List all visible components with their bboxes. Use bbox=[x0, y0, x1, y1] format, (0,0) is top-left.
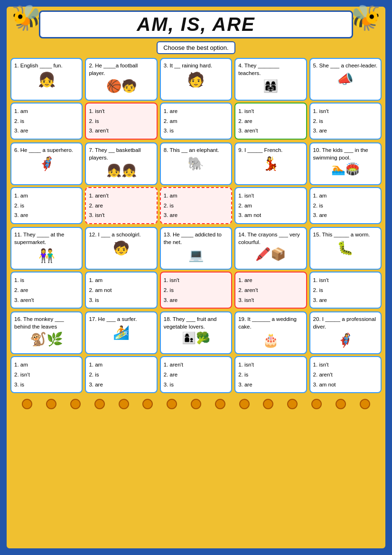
a1-opt3: 3. are bbox=[14, 126, 79, 136]
answer-card-3: 1. are 2. am 3. is bbox=[160, 103, 232, 140]
answer-card-10: 1. am 2. is 3. are bbox=[309, 187, 382, 224]
q16-img: 🐒🌿 bbox=[14, 331, 79, 347]
q18-img: 👩‍👦🥦 bbox=[164, 331, 228, 345]
a19-opt2: 2. is bbox=[238, 370, 303, 380]
dot-1 bbox=[22, 399, 32, 409]
answer-card-7: 1. aren't 2. are 3. isn't bbox=[85, 187, 157, 224]
q10-img: 🏊🏟️ bbox=[313, 162, 378, 176]
a7-opt2: 2. are bbox=[89, 201, 153, 211]
q19-text: 19. It ______ a wedding cake. bbox=[238, 315, 303, 330]
dot-10 bbox=[239, 399, 250, 409]
a15-opt1: 1. isn't bbox=[313, 275, 378, 285]
a18-opt1: 1. aren't bbox=[164, 360, 228, 370]
answer-card-8: 1. am 2. is 3. are bbox=[160, 187, 232, 224]
a5-opt3: 3. are bbox=[313, 126, 378, 136]
q12-text: 12. I ___ a schoolgirl. bbox=[89, 231, 153, 238]
question-card-19: 19. It ______ a wedding cake. 🎂 bbox=[234, 311, 307, 354]
q10-text: 10. The kids ___ in the swimming pool. bbox=[313, 146, 378, 161]
q19-img: 🎂 bbox=[238, 332, 303, 348]
dot-13 bbox=[311, 399, 322, 409]
a6-opt2: 2. is bbox=[14, 201, 79, 211]
a18-opt2: 2. are bbox=[164, 370, 228, 380]
question-card-2: 2. He ____a football player. 🏀🧒 bbox=[85, 58, 157, 101]
q7-text: 7. They __ basketball players. bbox=[89, 146, 153, 161]
answer-card-12: 1. am 2. am not 3. is bbox=[85, 272, 157, 309]
question-card-14: 14. The crayons ___ very colourful. 🖍️📦 bbox=[234, 227, 307, 270]
question-card-12: 12. I ___ a schoolgirl. 🧒 bbox=[85, 227, 157, 270]
q17-text: 17. He ___ a surfer. bbox=[89, 315, 153, 323]
question-card-7: 7. They __ basketball players. 👧👧 bbox=[85, 142, 157, 185]
q5-img: 📣 bbox=[313, 71, 378, 87]
a11-opt2: 2. are bbox=[14, 285, 79, 295]
q9-img: 💃 bbox=[238, 156, 303, 171]
a5-opt2: 2. is bbox=[313, 116, 378, 126]
a13-opt2: 2. is bbox=[164, 285, 228, 295]
a15-opt3: 3. are bbox=[313, 295, 378, 305]
q14-img: 🖍️📦 bbox=[238, 247, 303, 262]
dot-8 bbox=[191, 399, 201, 409]
a12-opt3: 3. is bbox=[89, 295, 153, 305]
question-card-4: 4. They _______ teachers. 👩‍👩‍👧 bbox=[234, 58, 307, 101]
answer-card-9: 1. isn't 2. am 3. am not bbox=[234, 187, 307, 224]
a17-opt2: 2. is bbox=[89, 370, 153, 380]
a7-opt1: 1. aren't bbox=[89, 191, 153, 201]
dot-2 bbox=[46, 399, 56, 409]
a10-opt3: 3. are bbox=[313, 210, 378, 220]
a12-opt1: 1. am bbox=[89, 275, 153, 285]
a16-opt2: 2. isn't bbox=[14, 370, 79, 380]
q13-text: 13. He ____ addicted to the net. bbox=[164, 231, 228, 246]
dot-6 bbox=[142, 399, 153, 409]
q3-text: 3. It __ raining hard. bbox=[164, 62, 228, 69]
q14-text: 14. The crayons ___ very colourful. bbox=[238, 231, 303, 246]
a14-opt2: 2. aren't bbox=[238, 285, 303, 295]
a2-opt3: 3. aren't bbox=[89, 126, 153, 136]
a11-opt3: 3. aren't bbox=[14, 295, 79, 305]
q20-text: 20. I _____ a professional diver. bbox=[313, 315, 378, 330]
a12-opt2: 2. am not bbox=[89, 285, 153, 295]
answer-card-19: 1. isn't 2. is 3. are bbox=[234, 356, 307, 393]
a1-opt2: 2. is bbox=[14, 116, 79, 126]
a20-opt2: 2. aren't bbox=[313, 370, 378, 380]
question-card-20: 20. I _____ a professional diver. 🦸‍♀️ bbox=[309, 311, 382, 354]
question-card-13: 13. He ____ addicted to the net. 💻 bbox=[160, 227, 232, 270]
answer-card-16: 1. am 2. isn't 3. is bbox=[10, 356, 83, 393]
question-card-9: 9. I _____ French. 💃 bbox=[234, 142, 307, 185]
dot-7 bbox=[167, 399, 177, 409]
a16-opt1: 1. am bbox=[14, 360, 79, 370]
answer-card-1: 1. am 2. is 3. are bbox=[10, 103, 83, 140]
q17-img: 🏄 bbox=[89, 325, 153, 340]
bee-left-icon: 🐝 bbox=[11, 3, 42, 32]
a8-opt1: 1. am bbox=[164, 191, 228, 201]
question-card-6: 6. He ____ a superhero. 🦸 bbox=[10, 142, 83, 185]
outer-border: 🐝 AM, IS, ARE 🐝 Choose the best option. … bbox=[0, 0, 392, 555]
a15-opt2: 2. is bbox=[313, 285, 378, 295]
a6-opt3: 3. are bbox=[14, 210, 79, 220]
a4-opt1: 1. isn't bbox=[238, 106, 303, 116]
question-card-8: 8. This __ an elephant. 🐘 bbox=[160, 142, 232, 185]
q1-img: 👧 bbox=[14, 71, 79, 88]
dot-9 bbox=[215, 399, 225, 409]
a4-opt3: 3. aren't bbox=[238, 126, 303, 136]
q5-text: 5. She ___ a cheer-leader. bbox=[313, 62, 378, 69]
q15-text: 15. This _____ a worm. bbox=[313, 231, 378, 238]
a11-opt1: 1. is bbox=[14, 275, 79, 285]
q15-img: 🐛 bbox=[313, 240, 378, 256]
a3-opt3: 3. is bbox=[164, 126, 228, 136]
dot-15 bbox=[360, 399, 370, 409]
a5-opt1: 1. isn't bbox=[313, 106, 378, 116]
question-card-1: 1. English ____ fun. 👧 bbox=[10, 58, 83, 101]
question-card-15: 15. This _____ a worm. 🐛 bbox=[309, 227, 382, 270]
answer-card-13: 1. isn't 2. is 3. are bbox=[160, 272, 232, 309]
a9-opt3: 3. am not bbox=[238, 210, 303, 220]
question-card-10: 10. The kids ___ in the swimming pool. 🏊… bbox=[309, 142, 382, 185]
a20-opt3: 3. am not bbox=[313, 380, 378, 390]
a2-opt1: 1. isn't bbox=[89, 106, 153, 116]
a17-opt3: 3. are bbox=[89, 380, 153, 390]
answer-card-4: 1. isn't 2. are 3. aren't bbox=[234, 103, 307, 140]
dot-5 bbox=[119, 399, 129, 409]
answer-card-5: 1. isn't 2. is 3. are bbox=[309, 103, 382, 140]
a19-opt3: 3. are bbox=[238, 380, 303, 390]
q8-text: 8. This __ an elephant. bbox=[164, 146, 228, 154]
a9-opt2: 2. am bbox=[238, 201, 303, 211]
a9-opt1: 1. isn't bbox=[238, 191, 303, 201]
